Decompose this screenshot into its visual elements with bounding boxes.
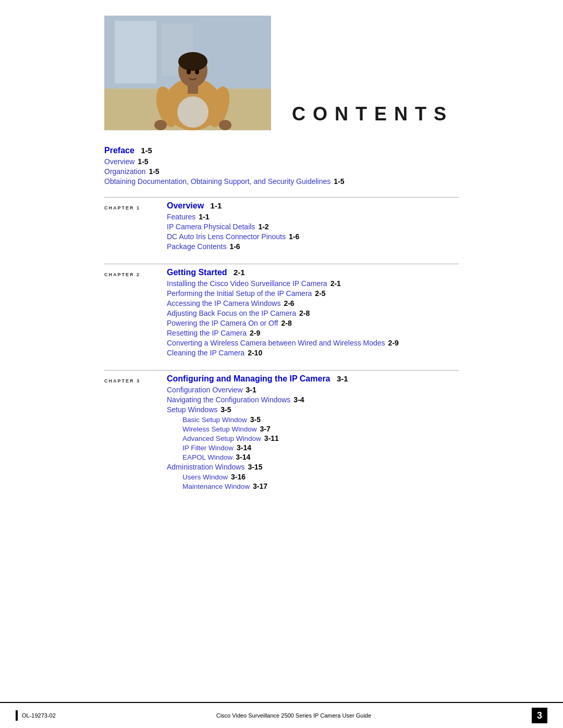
toc-page: 2-10 xyxy=(248,349,262,357)
svg-rect-9 xyxy=(188,83,198,94)
chapter-3-title-page: 3-1 xyxy=(337,374,348,383)
toc-page: 1-5 xyxy=(149,167,159,176)
toc-link-overview-preface[interactable]: Overview xyxy=(104,157,134,166)
footer-right: 3 xyxy=(532,708,563,723)
toc-page: 3-5 xyxy=(250,415,261,424)
toc-link-obtaining-doc[interactable]: Obtaining Documentation, Obtaining Suppo… xyxy=(104,177,331,186)
toc-page: 2-8 xyxy=(299,309,310,317)
chapter-label-area-2: CHAPTER 2 xyxy=(104,268,167,359)
list-item: Setup Windows 3-5 xyxy=(167,405,459,414)
toc-page: 3-17 xyxy=(253,482,267,490)
list-item: Features 1-1 xyxy=(167,213,459,221)
toc-link-powering[interactable]: Powering the IP Camera On or Off xyxy=(167,319,278,327)
toc-link-admin-windows[interactable]: Administration Windows xyxy=(167,463,244,471)
toc-link-organization[interactable]: Organization xyxy=(104,167,145,176)
chapter-1-entries: Features 1-1 IP Camera Physical Details … xyxy=(167,213,459,251)
chapter-num: 1 xyxy=(137,205,139,211)
toc-link-initial-setup[interactable]: Performing the Initial Setup of the IP C… xyxy=(167,289,312,298)
list-item: Basic Setup Window 3-5 xyxy=(167,415,459,424)
chapter-2-title[interactable]: Getting Started xyxy=(167,268,227,277)
toc-link-converting-wireless[interactable]: Converting a Wireless Camera between Wir… xyxy=(167,339,385,347)
toc-link-eapol[interactable]: EAPOL Window xyxy=(182,453,232,461)
toc-link-basic-setup[interactable]: Basic Setup Window xyxy=(182,416,247,424)
list-item: Obtaining Documentation, Obtaining Suppo… xyxy=(104,177,459,186)
chapter-3-entries: Configuration Overview 3-1 Navigating th… xyxy=(167,386,459,490)
svg-point-14 xyxy=(187,69,191,75)
chapter-label-3: CHAPTER xyxy=(104,378,134,384)
toc-link-dc-auto[interactable]: DC Auto Iris Lens Connector Pinouts xyxy=(167,232,286,241)
chapter-1-title-page: 1-1 xyxy=(211,201,222,210)
cover-image xyxy=(104,16,271,130)
toc-link-advanced-setup[interactable]: Advanced Setup Window xyxy=(182,435,261,442)
contents-title: CONTENTS xyxy=(292,103,454,130)
toc-page: 2-9 xyxy=(250,329,260,337)
toc-page: 1-6 xyxy=(229,242,240,251)
main-content: Preface 1-5 Overview 1-5 Organization 1-… xyxy=(0,141,563,517)
chapter-1-section: CHAPTER 1 Overview 1-1 Features 1-1 IP C… xyxy=(104,201,459,252)
toc-link-users-window[interactable]: Users Window xyxy=(182,473,228,481)
list-item: Installing the Cisco Video Surveillance … xyxy=(167,279,459,288)
chapter-2-entries: Installing the Cisco Video Surveillance … xyxy=(167,279,459,357)
footer-guide-title: Cisco Video Surveillance 2500 Series IP … xyxy=(56,712,532,719)
toc-page: 3-16 xyxy=(231,473,246,481)
toc-link-accessing-windows[interactable]: Accessing the IP Camera Windows xyxy=(167,299,280,307)
chapter-label-area-3: CHAPTER 3 xyxy=(104,374,167,491)
toc-link-navigating[interactable]: Navigating the Configuration Windows xyxy=(167,396,290,404)
chapter-label-area: CHAPTER 1 xyxy=(104,201,167,252)
footer-bar-icon xyxy=(16,710,18,721)
toc-link-back-focus[interactable]: Adjusting Back Focus on the IP Camera xyxy=(167,309,296,317)
toc-page: 3-1 xyxy=(246,386,256,394)
toc-link-wireless-setup[interactable]: Wireless Setup Window xyxy=(182,425,257,433)
preface-section: Preface 1-5 Overview 1-5 Organization 1-… xyxy=(104,146,459,186)
toc-link-features[interactable]: Features xyxy=(167,213,195,221)
toc-link-ip-camera-physical[interactable]: IP Camera Physical Details xyxy=(167,223,255,231)
list-item: Converting a Wireless Camera between Wir… xyxy=(167,339,459,347)
svg-point-12 xyxy=(154,120,167,130)
list-item: EAPOL Window 3-14 xyxy=(167,453,459,461)
toc-page: 3-14 xyxy=(236,453,250,461)
chapter-num-2: 2 xyxy=(137,272,139,277)
toc-page: 1-6 xyxy=(289,232,299,241)
list-item: Overview 1-5 xyxy=(104,157,459,166)
list-item: Configuration Overview 3-1 xyxy=(167,386,459,394)
chapter-1-title[interactable]: Overview xyxy=(167,201,204,210)
list-item: Powering the IP Camera On or Off 2-8 xyxy=(167,319,459,327)
list-item: Administration Windows 3-15 xyxy=(167,463,459,471)
toc-page: 3-15 xyxy=(248,463,262,471)
toc-link-resetting[interactable]: Resetting the IP Camera xyxy=(167,329,247,337)
toc-link-setup-windows[interactable]: Setup Windows xyxy=(167,405,217,414)
list-item: Maintenance Window 3-17 xyxy=(167,482,459,490)
toc-link-config-overview[interactable]: Configuration Overview xyxy=(167,386,243,394)
page-footer: OL-19273-02 Cisco Video Surveillance 250… xyxy=(0,702,563,728)
toc-page: 3-7 xyxy=(260,425,271,433)
toc-link-package-contents[interactable]: Package Contents xyxy=(167,242,226,251)
list-item: Accessing the IP Camera Windows 2-6 xyxy=(167,299,459,307)
list-item: IP Camera Physical Details 1-2 xyxy=(167,223,459,231)
svg-point-13 xyxy=(219,120,231,130)
toc-page: 1-5 xyxy=(138,157,148,166)
toc-page: 2-5 xyxy=(315,289,325,298)
toc-link-ip-filter[interactable]: IP Filter Window xyxy=(182,444,234,452)
toc-page: 2-1 xyxy=(331,279,341,288)
chapter-3-title[interactable]: Configuring and Managing the IP Camera xyxy=(167,374,331,383)
chapter-3-content: Configuring and Managing the IP Camera 3… xyxy=(167,374,459,491)
toc-link-installing[interactable]: Installing the Cisco Video Surveillance … xyxy=(167,279,327,288)
toc-page: 2-9 xyxy=(388,339,399,347)
chapter-2-content: Getting Started 2-1 Installing the Cisco… xyxy=(167,268,459,359)
chapter-1-content: Overview 1-1 Features 1-1 IP Camera Phys… xyxy=(167,201,459,252)
list-item: DC Auto Iris Lens Connector Pinouts 1-6 xyxy=(167,232,459,241)
list-item: Cleaning the IP Camera 2-10 xyxy=(167,349,459,357)
chapter-label: CHAPTER xyxy=(104,205,134,211)
chapter-label-2: CHAPTER xyxy=(104,272,134,277)
list-item: Users Window 3-16 xyxy=(167,473,459,481)
toc-link-maintenance-window[interactable]: Maintenance Window xyxy=(182,483,250,490)
list-item: Resetting the IP Camera 2-9 xyxy=(167,329,459,337)
list-item: Package Contents 1-6 xyxy=(167,242,459,251)
toc-page: 2-8 xyxy=(281,319,291,327)
svg-point-8 xyxy=(178,52,207,71)
preface-entries: Overview 1-5 Organization 1-5 Obtaining … xyxy=(104,157,459,186)
preface-page: 1-5 xyxy=(141,146,152,155)
svg-rect-2 xyxy=(115,21,156,83)
toc-link-cleaning[interactable]: Cleaning the IP Camera xyxy=(167,349,244,357)
preface-title[interactable]: Preface xyxy=(104,146,134,155)
